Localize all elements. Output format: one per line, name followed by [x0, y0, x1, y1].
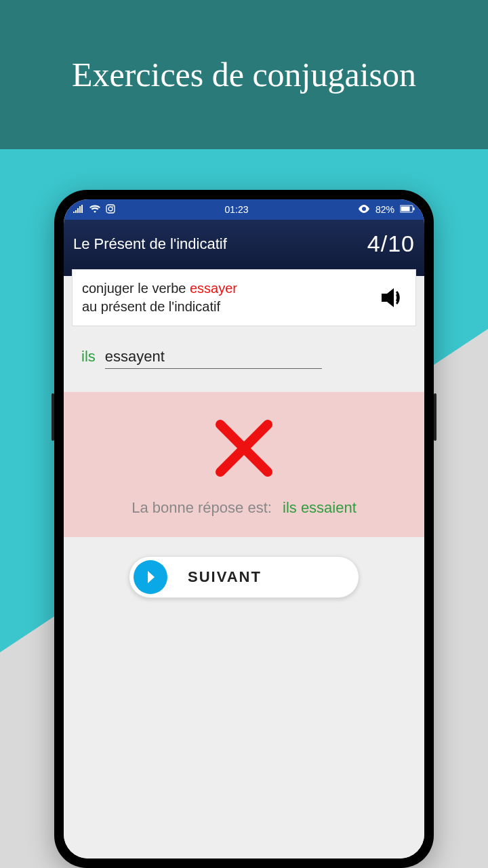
correct-answer: ils essaient [283, 499, 357, 516]
svg-point-2 [113, 205, 114, 207]
pronoun-label: ils [81, 348, 96, 366]
svg-rect-0 [106, 205, 115, 213]
battery-icon [400, 204, 415, 215]
instruction-card: conjuger le verbe essayer au présent de … [72, 269, 416, 326]
instagram-icon [106, 204, 115, 216]
answer-input[interactable] [105, 345, 322, 369]
status-time: 01:23 [224, 204, 248, 215]
svg-point-1 [108, 207, 113, 211]
answer-row: ils [64, 326, 424, 374]
app-header: Le Présent de l'indicatif 4/10 [64, 220, 424, 276]
next-button[interactable]: SUIVANT [129, 556, 359, 598]
exercise-content: conjuger le verbe essayer au présent de … [64, 276, 424, 859]
incorrect-icon [207, 411, 281, 486]
chevron-right-icon [142, 568, 159, 586]
audio-button[interactable] [376, 283, 406, 313]
instruction-suffix: au présent de l'indicatif [82, 299, 220, 314]
next-label: SUIVANT [188, 568, 262, 586]
signal-icon [73, 204, 84, 215]
promo-banner: Exercices de conjugaison [0, 0, 488, 149]
next-icon-circle [134, 560, 167, 594]
progress-counter: 4/10 [367, 231, 415, 257]
instruction-text: conjuger le verbe essayer au présent de … [82, 279, 237, 316]
battery-percent: 82% [375, 204, 394, 215]
page-title: Le Présent de l'indicatif [73, 235, 227, 253]
correct-answer-line: La bonne répose est: ils essaient [77, 499, 411, 517]
eye-icon [358, 204, 370, 215]
status-bar: 01:23 82% [64, 199, 424, 220]
phone-mockup: 01:23 82% Le Présent de l'indicatif 4/10 [54, 190, 434, 868]
phone-screen: 01:23 82% Le Présent de l'indicatif 4/10 [64, 199, 424, 859]
banner-title: Exercices de conjugaison [72, 55, 416, 94]
speaker-icon [378, 284, 405, 311]
svg-rect-5 [413, 208, 414, 210]
feedback-panel: La bonne répose est: ils essaient [64, 392, 424, 537]
instruction-prefix: conjuger le verbe [82, 281, 190, 296]
instruction-verb: essayer [190, 281, 237, 296]
wifi-icon [89, 204, 100, 215]
svg-rect-4 [401, 207, 409, 212]
correct-label: La bonne répose est: [131, 499, 272, 516]
